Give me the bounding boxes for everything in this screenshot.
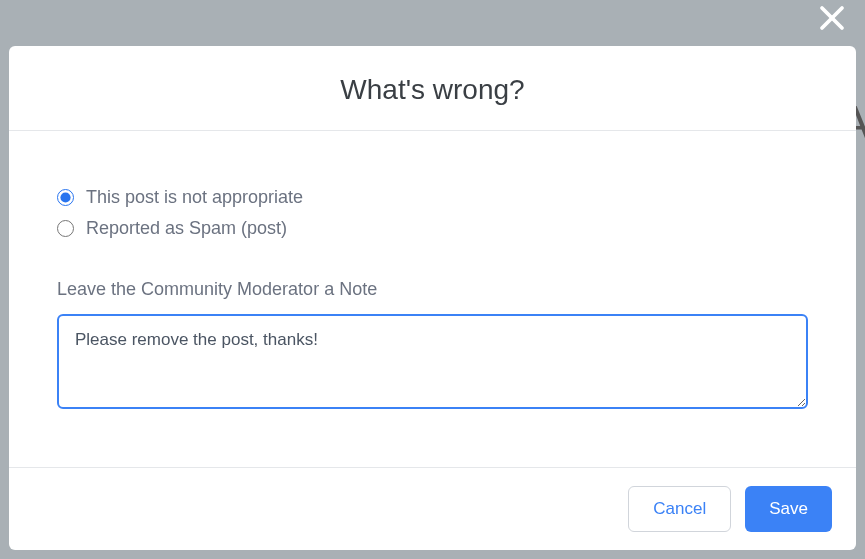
radio-option-inappropriate[interactable]: This post is not appropriate (57, 187, 808, 208)
report-modal: What's wrong? This post is not appropria… (9, 46, 856, 550)
radio-label-inappropriate[interactable]: This post is not appropriate (86, 187, 303, 208)
save-button[interactable]: Save (745, 486, 832, 532)
radio-label-spam[interactable]: Reported as Spam (post) (86, 218, 287, 239)
modal-header: What's wrong? (9, 46, 856, 131)
cancel-button[interactable]: Cancel (628, 486, 731, 532)
report-reason-group: This post is not appropriate Reported as… (57, 187, 808, 239)
radio-option-spam[interactable]: Reported as Spam (post) (57, 218, 808, 239)
radio-inappropriate[interactable] (57, 189, 74, 206)
close-icon[interactable] (817, 0, 847, 40)
note-label: Leave the Community Moderator a Note (57, 279, 808, 300)
modal-footer: Cancel Save (9, 467, 856, 550)
modal-title: What's wrong? (29, 74, 836, 106)
radio-spam[interactable] (57, 220, 74, 237)
note-textarea[interactable] (57, 314, 808, 409)
modal-body: This post is not appropriate Reported as… (9, 131, 856, 467)
